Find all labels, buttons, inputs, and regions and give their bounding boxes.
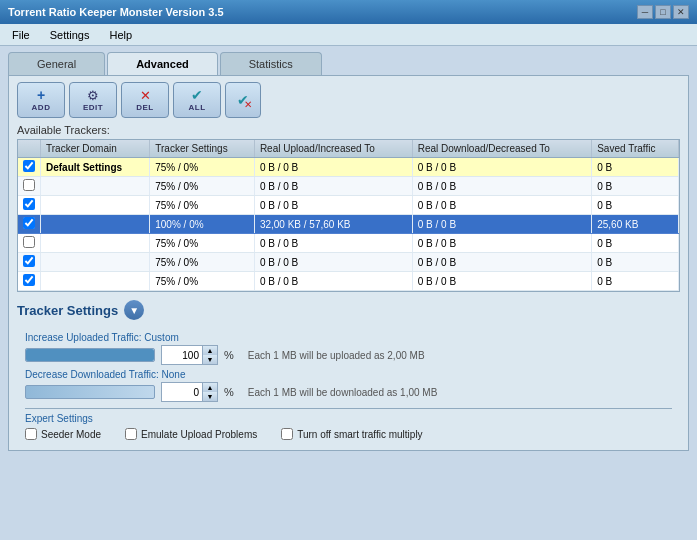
table-cell: 75% / 0% (150, 253, 255, 272)
download-value-input[interactable] (162, 386, 202, 399)
col-header-domain: Tracker Domain (41, 140, 150, 158)
window-controls: ─ □ ✕ (637, 5, 689, 19)
tab-general[interactable]: General (8, 52, 105, 75)
col-header-download: Real Download/Decreased To (412, 140, 591, 158)
edit-label: EDIT (83, 103, 103, 112)
collapse-button[interactable]: ▼ (124, 300, 144, 320)
tracker-settings-header: Tracker Settings ▼ (17, 300, 680, 320)
row-checkbox-cell (18, 253, 41, 272)
download-spin: ▲ ▼ (202, 383, 217, 401)
download-spin-up[interactable]: ▲ (203, 383, 217, 392)
main-content: General Advanced Statistics + ADD ⚙ EDIT… (0, 46, 697, 457)
table-cell: Default Settings (41, 158, 150, 177)
tracker-settings-title: Tracker Settings (17, 303, 118, 318)
table-cell: 0 B / 0 B (254, 234, 412, 253)
row-checkbox[interactable] (23, 274, 35, 286)
emulate-upload-item[interactable]: Emulate Upload Problems (125, 428, 257, 440)
settings-section: Increase Uploaded Traffic: Custom ▲ ▼ % … (17, 328, 680, 444)
expert-checkboxes-row: Seeder Mode Emulate Upload Problems Turn… (25, 428, 672, 440)
table-cell (41, 234, 150, 253)
expert-label: Expert Settings (25, 413, 672, 424)
seeder-mode-checkbox[interactable] (25, 428, 37, 440)
smart-traffic-label: Turn off smart traffic multiply (297, 429, 422, 440)
table-row[interactable]: 75% / 0%0 B / 0 B0 B / 0 B0 B (18, 272, 679, 291)
table-cell (41, 253, 150, 272)
menu-file[interactable]: File (8, 27, 34, 43)
upload-row: ▲ ▼ % Each 1 MB will be uploaded as 2,00… (25, 345, 672, 365)
table-cell: 75% / 0% (150, 272, 255, 291)
row-checkbox[interactable] (23, 255, 35, 267)
row-checkbox-cell (18, 234, 41, 253)
download-row: ▲ ▼ % Each 1 MB will be downloaded as 1,… (25, 382, 672, 402)
table-cell: 0 B (592, 234, 679, 253)
table-cell: 0 B / 0 B (254, 158, 412, 177)
table-cell: 32,00 KB / 57,60 KB (254, 215, 412, 234)
emulate-upload-label: Emulate Upload Problems (141, 429, 257, 440)
uncheck-button[interactable]: ✔✕ (225, 82, 261, 118)
row-checkbox[interactable] (23, 179, 35, 191)
table-cell: 0 B / 0 B (412, 158, 591, 177)
table-cell: 0 B / 0 B (254, 272, 412, 291)
table-cell: 25,60 KB (592, 215, 679, 234)
menu-settings[interactable]: Settings (46, 27, 94, 43)
delete-button[interactable]: ✕ DEL (121, 82, 169, 118)
check-all-button[interactable]: ✔ ALL (173, 82, 221, 118)
table-cell: 0 B / 0 B (412, 272, 591, 291)
gear-icon: ⚙ (87, 89, 99, 102)
table-cell: 0 B (592, 177, 679, 196)
maximize-button[interactable]: □ (655, 5, 671, 19)
upload-spin: ▲ ▼ (202, 346, 217, 364)
edit-button[interactable]: ⚙ EDIT (69, 82, 117, 118)
row-checkbox[interactable] (23, 217, 35, 229)
upload-spin-up[interactable]: ▲ (203, 346, 217, 355)
upload-percent: % (224, 349, 234, 361)
add-button[interactable]: + ADD (17, 82, 65, 118)
delete-label: DEL (136, 103, 154, 112)
download-percent: % (224, 386, 234, 398)
row-checkbox-cell (18, 177, 41, 196)
tab-advanced[interactable]: Advanced (107, 52, 218, 75)
table-row[interactable]: 100% / 0%32,00 KB / 57,60 KB0 B / 0 B25,… (18, 215, 679, 234)
table-cell: 0 B (592, 272, 679, 291)
check-all-label: ALL (188, 103, 205, 112)
table-cell: 0 B / 0 B (254, 177, 412, 196)
row-checkbox-cell (18, 196, 41, 215)
download-slider[interactable] (25, 385, 155, 399)
close-button[interactable]: ✕ (673, 5, 689, 19)
col-header-settings: Tracker Settings (150, 140, 255, 158)
minimize-button[interactable]: ─ (637, 5, 653, 19)
table-row[interactable]: 75% / 0%0 B / 0 B0 B / 0 B0 B (18, 196, 679, 215)
add-icon: + (37, 88, 45, 102)
seeder-mode-item[interactable]: Seeder Mode (25, 428, 101, 440)
table-row[interactable]: 75% / 0%0 B / 0 B0 B / 0 B0 B (18, 177, 679, 196)
table-row[interactable]: 75% / 0%0 B / 0 B0 B / 0 B0 B (18, 234, 679, 253)
check-all-icon: ✔ (191, 88, 203, 102)
upload-label: Increase Uploaded Traffic: Custom (25, 332, 672, 343)
table-row[interactable]: Default Settings75% / 0%0 B / 0 B0 B / 0… (18, 158, 679, 177)
tab-statistics[interactable]: Statistics (220, 52, 322, 75)
upload-spin-down[interactable]: ▼ (203, 355, 217, 364)
tab-content-advanced: + ADD ⚙ EDIT ✕ DEL ✔ ALL ✔✕ Available (8, 75, 689, 451)
uncheck-icon: ✔✕ (237, 92, 249, 108)
smart-traffic-checkbox[interactable] (281, 428, 293, 440)
smart-traffic-item[interactable]: Turn off smart traffic multiply (281, 428, 422, 440)
table-cell: 0 B / 0 B (254, 196, 412, 215)
row-checkbox[interactable] (23, 236, 35, 248)
table-cell (41, 215, 150, 234)
table-cell (41, 272, 150, 291)
upload-slider[interactable] (25, 348, 155, 362)
table-row[interactable]: 75% / 0%0 B / 0 B0 B / 0 B0 B (18, 253, 679, 272)
menu-help[interactable]: Help (105, 27, 136, 43)
row-checkbox[interactable] (23, 160, 35, 172)
download-spin-down[interactable]: ▼ (203, 392, 217, 401)
app-title: Torrent Ratio Keeper Monster Version 3.5 (8, 6, 224, 18)
table-cell: 0 B / 0 B (412, 215, 591, 234)
add-label: ADD (32, 103, 51, 112)
col-header-upload: Real Upload/Increased To (254, 140, 412, 158)
upload-value-input[interactable] (162, 349, 202, 362)
download-value-group: ▲ ▼ (161, 382, 218, 402)
row-checkbox-cell (18, 272, 41, 291)
emulate-upload-checkbox[interactable] (125, 428, 137, 440)
row-checkbox[interactable] (23, 198, 35, 210)
table-cell: 75% / 0% (150, 177, 255, 196)
